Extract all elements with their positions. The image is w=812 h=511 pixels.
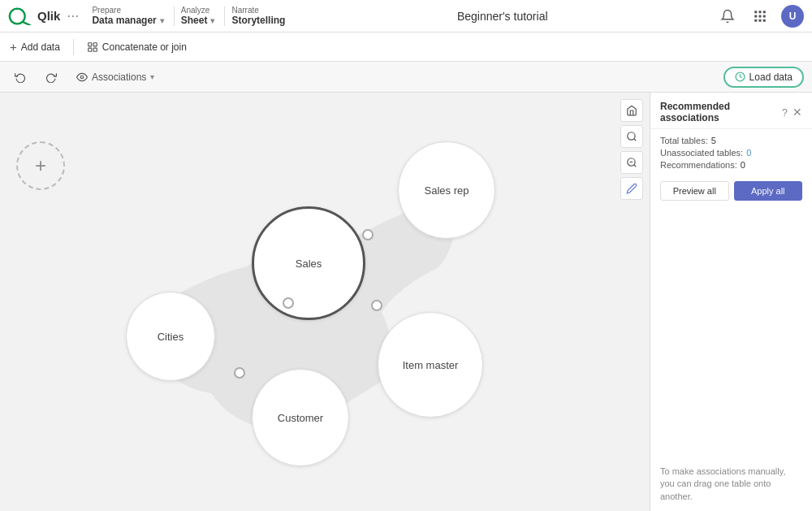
svg-rect-6 [759,15,762,17]
prepare-label: Prepare [92,6,121,15]
action-bar-right: Load data [723,67,804,88]
app-title: Beginner's tutorial [288,10,716,23]
customer-node[interactable]: Customer [252,369,349,466]
svg-point-15 [80,76,84,79]
rec-note: To make associations manually, you can d… [650,206,812,511]
load-data-label: Load data [749,71,793,83]
action-bar: Associations ▾ Load data [0,62,812,93]
recommendations-label: Recommendations: [660,160,737,170]
associations-label: Associations [92,71,146,83]
rec-panel-header: Recommended associations ? ✕ [650,93,812,129]
add-data-button[interactable]: + Add data [10,40,60,54]
notifications-icon[interactable] [716,5,739,28]
svg-rect-13 [89,48,92,51]
toolbar: + Add data Concatenate or join [0,32,812,62]
svg-line-20 [634,165,637,167]
user-avatar[interactable]: U [781,5,804,28]
associations-button[interactable]: Associations ▾ [70,68,161,86]
nav-analyze[interactable]: Analyze Sheet ▾ [181,6,215,26]
redo-icon [45,71,57,83]
recommendations-row: Recommendations: 0 [660,160,802,170]
prepare-section: Data manager ▾ [92,15,163,26]
rec-close-button[interactable]: ✕ [793,106,802,119]
svg-rect-12 [93,42,97,45]
total-tables-label: Total tables: [660,136,708,145]
prepare-chevron: ▾ [160,16,164,25]
item-master-node[interactable]: Item master [378,312,483,418]
svg-rect-11 [89,42,92,45]
svg-rect-3 [759,11,762,13]
rec-buttons: Preview all Apply all [650,176,812,206]
top-nav: Qlik ··· Prepare Data manager ▾ Analyze … [0,0,812,32]
svg-rect-7 [763,15,766,17]
rec-note-text: To make associations manually, you can d… [660,466,802,503]
load-data-button[interactable]: Load data [723,67,804,88]
svg-rect-8 [754,19,757,21]
rec-panel-title: Recommended associations [660,101,782,123]
zoom-out-tool-button[interactable] [620,151,643,174]
total-tables-row: Total tables: 5 [660,136,802,145]
qlik-logo: Qlik [8,7,60,25]
add-table-button[interactable]: + [16,141,65,190]
undo-button[interactable] [8,68,32,86]
nav-right: U [716,5,804,28]
apply-all-button[interactable]: Apply all [734,181,803,201]
cities-node[interactable]: Cities [126,292,215,381]
connector-dot-3 [371,300,382,311]
unassociated-value: 0 [746,148,751,158]
toolbar-separator [73,39,74,55]
nav-prepare[interactable]: Prepare Data manager ▾ [92,6,163,26]
svg-rect-5 [754,15,757,17]
sales-node[interactable]: Sales [252,206,365,320]
canvas-tools [620,99,643,200]
cities-node-label: Cities [158,331,184,343]
connector-dot-4 [234,367,245,379]
home-tool-button[interactable] [620,99,643,122]
recommendations-value: 0 [741,160,745,170]
pointer-tool-button[interactable] [620,125,643,148]
narrate-label: Narrate [231,6,258,15]
unassociated-row: Unassociated tables: 0 [660,148,802,158]
svg-rect-2 [754,11,757,13]
qlik-wordmark: Qlik [37,9,60,23]
nav-more-button[interactable]: ··· [67,7,79,24]
total-tables-value: 5 [711,136,716,145]
svg-point-17 [628,132,635,140]
nav-divider-1 [174,6,175,26]
concatenate-label: Concatenate or join [102,41,187,53]
svg-line-1 [23,22,30,25]
sales-node-label: Sales [296,258,322,270]
rec-help-button[interactable]: ? [782,106,788,119]
action-bar-left: Associations ▾ [8,68,161,86]
plus-icon: + [10,40,17,54]
qlik-logo-svg [8,7,34,25]
add-data-label: Add data [21,41,60,53]
svg-line-18 [634,139,637,141]
sales-rep-node[interactable]: Sales rep [398,141,495,239]
main-area: + Sales Sales rep Cities [0,93,812,511]
analyze-label: Analyze [181,6,210,15]
svg-rect-4 [763,11,766,13]
analyze-section: Sheet ▾ [181,15,215,26]
concatenate-button[interactable]: Concatenate or join [87,41,187,53]
grid-icon[interactable] [749,5,771,28]
narrate-section: Storytelling [231,15,285,26]
unassociated-label: Unassociated tables: [660,148,743,158]
canvas: + Sales Sales rep Cities [0,93,650,511]
undo-icon [15,71,26,83]
svg-rect-14 [93,48,97,51]
eye-icon [76,71,88,83]
connector-dot-1 [362,229,374,240]
rec-stats: Total tables: 5 Unassociated tables: 0 R… [650,129,812,176]
svg-rect-10 [763,19,766,21]
nav-narrate[interactable]: Narrate Storytelling [231,6,285,26]
sales-rep-node-label: Sales rep [425,184,469,197]
svg-rect-9 [759,19,762,21]
load-data-icon [735,71,745,82]
customer-node-label: Customer [278,412,323,424]
redo-button[interactable] [39,68,63,86]
pencil-tool-button[interactable] [620,177,643,200]
nav-divider-2 [224,6,225,26]
analyze-chevron: ▾ [210,16,214,25]
preview-all-button[interactable]: Preview all [660,181,729,201]
